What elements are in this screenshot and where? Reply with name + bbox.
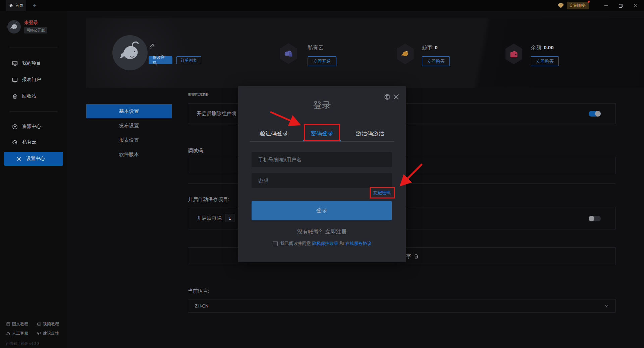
agreement-checkbox[interactable] (273, 241, 278, 246)
buy-coins-button[interactable]: 立即购买 (422, 56, 450, 66)
autosave-interval-input[interactable] (225, 214, 234, 222)
close-icon (634, 3, 638, 8)
language-label: 当前语言: (188, 288, 209, 294)
link-customer-service[interactable]: 人工客服 (6, 331, 28, 336)
sidebar-item-label: 设置中心 (26, 156, 45, 162)
divider (9, 48, 58, 48)
link-label: 建议反馈 (43, 331, 59, 336)
no-account-text: 没有账号? (297, 229, 322, 234)
home-icon (9, 3, 13, 8)
sidebar-item-settings-center[interactable]: 设置中心 (4, 152, 63, 166)
settings-nav: 基本设置 发布设置 报表设置 软件版本 (86, 104, 172, 162)
buy-balance-button[interactable]: 立即购买 (531, 56, 559, 66)
autosave-toggle[interactable] (589, 216, 601, 221)
change-password-button[interactable]: 修改密码 (149, 56, 172, 64)
restore-button[interactable] (616, 0, 626, 11)
sidebar-item-recycle-bin[interactable]: 回收站 (0, 89, 67, 103)
cloud-icon (12, 139, 18, 145)
toggle-knob (589, 216, 594, 221)
minimize-button[interactable] (601, 0, 611, 11)
private-cloud-title: 私有云 (308, 44, 324, 51)
tab-password-login[interactable]: 密码登录 (298, 127, 346, 140)
tab-report-settings[interactable]: 报表设置 (86, 133, 172, 147)
tab-home-label: 首页 (15, 3, 23, 8)
link-video-tutorial[interactable]: 视频教程 (37, 321, 59, 327)
account-input[interactable] (252, 152, 392, 167)
sidebar-item-resource-center[interactable]: 资源中心 (0, 120, 67, 133)
debug-code-label: 调试码: (188, 148, 204, 154)
trash-icon (12, 93, 18, 99)
sidebar-item-label: 我的项目 (22, 60, 41, 66)
wallet-icon (509, 50, 519, 58)
link-image-tutorial[interactable]: 图文教程 (6, 321, 28, 327)
sidebar-item-label: 私有云 (22, 139, 36, 145)
sidebar-item-report-portal[interactable]: 报表门户 (0, 73, 67, 86)
activate-now-button[interactable]: 立即开通 (308, 56, 336, 66)
tab-basic-settings[interactable]: 基本设置 (86, 104, 172, 118)
avatar-large[interactable] (112, 35, 148, 70)
balance-value: 余额: 0.00 (531, 45, 554, 51)
report-portal-icon (12, 77, 18, 83)
whale-coin-label: 鲸币: (422, 45, 433, 50)
feedback-icon (37, 331, 41, 336)
balance-amount: 0.00 (544, 45, 553, 50)
gear-icon (16, 156, 22, 162)
link-label: 人工客服 (12, 331, 28, 336)
avatar[interactable] (7, 20, 21, 33)
custom-service-button[interactable]: 定制服务 (567, 2, 589, 9)
delete-reminder-text: 开启后删除组件将 (197, 111, 237, 117)
login-status: 未登录 (24, 20, 38, 26)
register-link[interactable]: 立即注册 (325, 229, 347, 234)
headset-icon (6, 331, 10, 336)
autosave-label: 开启自动保存项目: (188, 196, 229, 203)
tab-home[interactable]: 首页 (6, 0, 26, 11)
cloud-lock-icon (283, 49, 293, 58)
login-button[interactable]: 登录 (252, 201, 392, 220)
whale-icon (116, 39, 144, 67)
language-select[interactable]: ZH-CN (188, 299, 615, 312)
private-cloud-hex (280, 43, 297, 64)
new-tab-button[interactable]: + (30, 0, 40, 11)
link-label: 图文教程 (12, 321, 28, 327)
terms-link[interactable]: 在线服务协议 (345, 240, 372, 247)
delete-reminder-toggle[interactable] (589, 111, 601, 117)
whale-coin-icon (400, 49, 410, 59)
trash-icon[interactable] (414, 254, 419, 259)
agreement-conjunction: 和 (340, 240, 344, 247)
modal-close-icon[interactable] (393, 94, 399, 100)
order-list-button[interactable]: 订单列表 (176, 56, 201, 64)
delete-reminder-label: 删除提醒: (188, 93, 209, 97)
tab-publish-settings[interactable]: 发布设置 (86, 119, 172, 133)
video-icon (37, 322, 41, 326)
forgot-password-link[interactable]: 忘记密码 (373, 190, 391, 196)
active-tab-underline (303, 140, 341, 141)
signup-row: 没有账号? 立即注册 (238, 228, 406, 235)
sidebar-item-my-projects[interactable]: 我的项目 (0, 57, 67, 70)
tab-divider (250, 141, 394, 142)
sidebar: 未登录 网络公开版 我的项目 报表门户 回收站 资源中心 私有云 设置中心 (0, 11, 67, 348)
app-window: 首页 + 定制服务 (0, 0, 644, 348)
close-button[interactable] (631, 0, 641, 11)
app-version: 山海鲸可视化 v4.3.3 (6, 341, 39, 346)
divider (9, 111, 58, 112)
password-input[interactable] (252, 173, 392, 188)
titlebar: 首页 + 定制服务 (0, 0, 644, 11)
balance-label: 余额: (531, 45, 542, 50)
edit-profile-icon[interactable] (149, 43, 155, 49)
whale-coin-hex (397, 44, 414, 64)
tab-code-login[interactable]: 验证码登录 (250, 127, 298, 140)
sidebar-item-label: 报表门户 (22, 77, 41, 83)
whale-coin-amount: 0 (435, 45, 437, 50)
login-tabs: 验证码登录 密码登录 激活码激活 (250, 127, 394, 140)
edition-badge: 网络公开版 (24, 27, 47, 33)
sidebar-item-private-cloud[interactable]: 私有云 (0, 135, 67, 149)
privacy-policy-link[interactable]: 隐私保护政策 (312, 240, 338, 247)
link-feedback[interactable]: 建议反馈 (37, 331, 59, 336)
modal-title: 登录 (238, 99, 406, 111)
profile-banner: 修改密码 订单列表 私有云 立即开通 鲸币: 0 立即购买 (86, 18, 644, 88)
tab-software-version[interactable]: 软件版本 (86, 147, 172, 161)
diamond-icon[interactable] (557, 3, 564, 8)
hidden-row-text: 字 (406, 253, 411, 260)
doc-icon (6, 322, 10, 326)
tab-activation-code[interactable]: 激活码激活 (346, 127, 394, 140)
